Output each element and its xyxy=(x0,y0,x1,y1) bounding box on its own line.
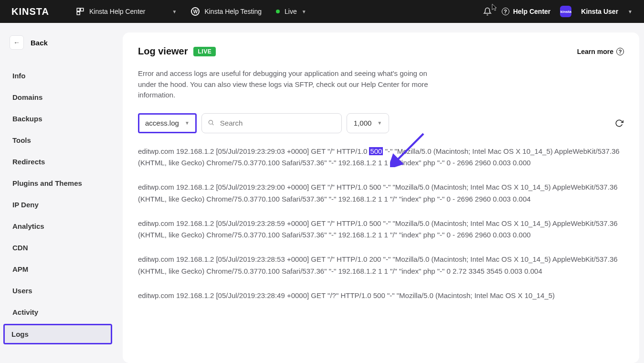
log-entry: editwp.com 192.168.1.2 [05/Jul/2019:23:2… xyxy=(138,254,624,278)
count-value: 1,000 xyxy=(354,119,372,127)
sidebar-item-info[interactable]: Info xyxy=(5,66,118,85)
topbar-right: ? Help Center kinsta Kinsta User ▼ xyxy=(483,6,633,17)
sidebar-item-domains[interactable]: Domains xyxy=(5,87,118,107)
sidebar-item-plugins-and-themes[interactable]: Plugins and Themes xyxy=(5,173,118,193)
help-icon: ? xyxy=(502,8,509,15)
log-file-select[interactable]: access.log ▼ xyxy=(138,113,197,133)
search-icon xyxy=(208,119,214,127)
sidebar-item-redirects[interactable]: Redirects xyxy=(5,152,118,171)
chevron-down-icon[interactable]: ▼ xyxy=(628,9,633,14)
user-name: Kinsta User xyxy=(581,8,618,15)
highlighted-status: 500 xyxy=(369,147,383,155)
sidebar-item-tools[interactable]: Tools xyxy=(5,130,118,150)
help-icon: ? xyxy=(616,48,624,55)
count-select[interactable]: 1,000 ▼ xyxy=(347,113,389,133)
svg-line-4 xyxy=(212,124,213,125)
log-search xyxy=(201,113,342,133)
sites-icon xyxy=(76,7,84,16)
chevron-down-icon: ▼ xyxy=(172,9,177,14)
page-header: Log viewer LIVE Learn more ? xyxy=(138,46,624,57)
log-entry: editwp.com 192.168.1.2 [05/Jul/2019:23:2… xyxy=(138,146,624,170)
app-dropdown[interactable]: W Kinsta Help Testing xyxy=(191,7,262,16)
live-badge: LIVE xyxy=(193,47,216,56)
search-input[interactable] xyxy=(201,113,342,133)
back-label: Back xyxy=(31,39,48,47)
sidebar-item-ip-deny[interactable]: IP Deny xyxy=(5,195,118,214)
refresh-button[interactable] xyxy=(614,118,624,128)
svg-point-3 xyxy=(209,120,212,124)
logo: KINSTA xyxy=(11,6,49,17)
sidebar-item-users[interactable]: Users xyxy=(5,281,118,300)
log-entry: editwp.com 192.168.1.2 [05/Jul/2019:23:2… xyxy=(138,290,624,302)
log-entries: editwp.com 192.168.1.2 [05/Jul/2019:23:2… xyxy=(138,146,624,302)
learn-more-label: Learn more xyxy=(577,48,613,55)
sidebar-item-cdn[interactable]: CDN xyxy=(5,238,118,257)
svg-rect-2 xyxy=(77,12,80,15)
back-button[interactable]: ← Back xyxy=(10,35,118,50)
wordpress-icon: W xyxy=(191,7,200,16)
log-file-value: access.log xyxy=(145,119,179,127)
content: Log viewer LIVE Learn more ? Error and a… xyxy=(123,32,639,363)
svg-rect-1 xyxy=(81,8,84,11)
chevron-down-icon: ▼ xyxy=(377,120,382,126)
intro-text: Error and access logs are useful for deb… xyxy=(138,68,443,101)
avatar[interactable]: kinsta xyxy=(560,6,571,17)
page-title: Log viewer xyxy=(138,46,188,57)
site-dropdown[interactable]: Kinsta Help Center ▼ xyxy=(76,7,177,16)
live-dot-icon xyxy=(276,10,280,13)
log-entry: editwp.com 192.168.1.2 [05/Jul/2019:23:2… xyxy=(138,218,624,242)
sidebar-nav: InfoDomainsBackupsToolsRedirectsPlugins … xyxy=(5,66,118,344)
sidebar-item-backups[interactable]: Backups xyxy=(5,109,118,128)
site-dropdown-label: Kinsta Help Center xyxy=(89,8,146,15)
sidebar-item-activity[interactable]: Activity xyxy=(5,302,118,322)
chevron-down-icon: ▼ xyxy=(185,120,190,126)
learn-more-link[interactable]: Learn more ? xyxy=(577,48,624,55)
topbar: KINSTA Kinsta Help Center ▼ W Kinsta Hel… xyxy=(0,0,644,23)
controls-row: access.log ▼ 1,000 ▼ xyxy=(138,113,624,133)
environment-dropdown[interactable]: Live ▼ xyxy=(276,8,306,15)
svg-rect-0 xyxy=(77,8,80,11)
chevron-down-icon: ▼ xyxy=(302,9,306,14)
sidebar-item-analytics[interactable]: Analytics xyxy=(5,216,118,236)
sidebar-item-apm[interactable]: APM xyxy=(5,259,118,279)
notifications-icon[interactable] xyxy=(483,7,492,16)
sidebar: ← Back InfoDomainsBackupsToolsRedirectsP… xyxy=(0,23,123,363)
help-center-label: Help Center xyxy=(513,8,551,15)
help-center-link[interactable]: ? Help Center xyxy=(502,8,551,15)
sidebar-item-logs[interactable]: Logs xyxy=(3,324,112,344)
env-label: Live xyxy=(285,8,297,15)
back-arrow-icon: ← xyxy=(10,35,24,50)
app-dropdown-label: Kinsta Help Testing xyxy=(204,8,262,15)
log-entry: editwp.com 192.168.1.2 [05/Jul/2019:23:2… xyxy=(138,182,624,205)
